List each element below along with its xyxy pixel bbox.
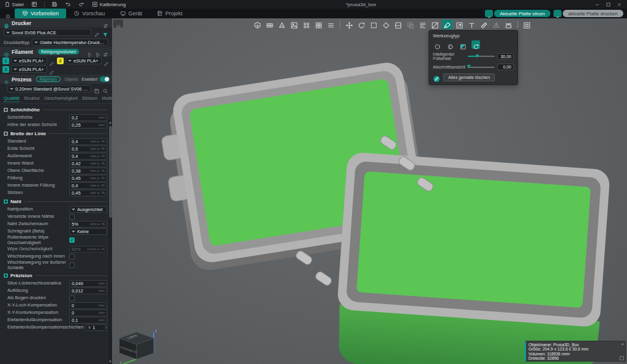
workspace-button[interactable] (29, 1, 39, 8)
purge-volumes-button[interactable]: Reinigungsvolumen (38, 49, 79, 54)
input-elefantenfußkompensation[interactable]: 0,1mm (69, 317, 107, 324)
process-preset-select[interactable]: 0.20mm Standard @Sovol SV06 Plus ACE (7, 85, 91, 92)
spinner-arrows[interactable]: ▲▼ (88, 325, 91, 330)
filter-icon[interactable] (102, 29, 108, 35)
printer-settings-icon[interactable] (103, 20, 108, 26)
tool-scale-button[interactable] (369, 20, 379, 29)
tool-paint-button[interactable] (442, 20, 452, 29)
filament-color-chip[interactable]: 1 (2, 58, 9, 64)
section-collapse-icon[interactable] (4, 132, 8, 136)
param-section-breite-der-linie[interactable]: Breite der Linie (4, 130, 107, 138)
redo-button[interactable] (77, 1, 86, 8)
param-section-naht[interactable]: Naht (4, 198, 107, 206)
model-canvas[interactable] (112, 18, 627, 364)
brush-smart-fill-button[interactable] (471, 40, 480, 49)
tool-variable-layer-height-button[interactable] (418, 20, 428, 29)
param-section-schichthöhe[interactable]: Schichthöhe (4, 106, 107, 114)
pencil-icon[interactable] (103, 58, 109, 64)
tool-split-to-parts-button[interactable] (314, 20, 324, 29)
printer-preset-select[interactable]: Sovol SV06 Plus ACE (4, 29, 91, 36)
tool-measure-button[interactable] (479, 20, 489, 29)
search-settings-icon[interactable] (102, 86, 108, 92)
filament-select[interactable]: eSUN PLA+ (11, 65, 47, 73)
process-tab-qualität[interactable]: Qualität (4, 95, 20, 102)
filament-color-chip[interactable]: 2 (57, 58, 64, 64)
pencil-icon[interactable] (49, 67, 54, 72)
brush-fill-button[interactable] (459, 40, 467, 49)
input-standard[interactable]: 0,4mm o. % (69, 138, 107, 145)
filament-select[interactable]: eSUN PLA+ (66, 57, 102, 64)
edit-preset-icon[interactable] (94, 29, 100, 35)
slider-track[interactable] (468, 67, 495, 68)
process-tab-stützen[interactable]: Stützen (82, 95, 97, 102)
save-button[interactable] (50, 1, 59, 8)
process-tab-geschwindigkeit[interactable]: Geschwindigkeit (44, 95, 78, 102)
input-naht-zwischenraum[interactable]: 5%mm o. % (69, 221, 107, 228)
input-schichthöhe[interactable]: 0,2mm (69, 114, 107, 121)
tool-fuzzy-skin-button[interactable] (503, 20, 514, 29)
checkbox-wischbewegung-nach-innen[interactable] (69, 254, 75, 259)
section-collapse-icon[interactable] (4, 273, 8, 278)
advanced-toggle[interactable] (100, 76, 110, 82)
slider-knob[interactable] (476, 54, 479, 58)
eraser-badge-icon[interactable] (433, 74, 440, 81)
tab-gerät[interactable]: Gerät (113, 9, 150, 18)
select-nahtposition[interactable]: Ausgerichtet (69, 206, 107, 213)
input-außenwand[interactable]: 0,4mm o. % (69, 153, 107, 160)
maximize-icon[interactable] (606, 2, 611, 7)
tool-move-button[interactable] (344, 20, 355, 29)
input-auflösung[interactable]: 0,012mm (69, 288, 107, 294)
navigation-cube[interactable]: z y LINKS RÜCKSEITE (118, 327, 167, 364)
file-menu[interactable]: Datei (2, 1, 26, 8)
save-preset-icon[interactable] (94, 86, 100, 92)
scrollbar-thumb[interactable] (109, 126, 112, 218)
input-x-y-konturkompensation[interactable]: 0mm (69, 310, 107, 316)
slice-plate-button[interactable]: Aktuelle Platte slicen (494, 10, 550, 17)
slider-knob[interactable] (467, 65, 470, 69)
input-höhe-der-ersten-schicht[interactable]: 0,25mm (69, 122, 107, 128)
checkbox-wischbewegung-vor-äußerer-schleife[interactable] (69, 262, 75, 268)
section-collapse-icon[interactable] (4, 199, 8, 204)
input-füllung[interactable]: 0,45mm o. % (69, 175, 107, 182)
tool-auto-orient-button[interactable] (277, 20, 287, 29)
tab-projekt[interactable]: Projekt (149, 9, 190, 18)
checkbox-rollenbasierte-wipe-geschwindigkeit[interactable]: ✓ (69, 237, 75, 243)
collapse-sidebar-button[interactable] (113, 20, 123, 28)
sidebar-scrollbar[interactable]: ▲ ▼ (107, 120, 112, 364)
tool-seam-button[interactable] (454, 20, 465, 29)
param-section-präzision[interactable]: Präzision (4, 272, 107, 280)
slider-value-input[interactable]: 30,00 (497, 53, 514, 60)
process-objects-pill[interactable]: Objekte (63, 77, 79, 81)
input-erste-schicht[interactable]: 0,5mm o. % (69, 146, 107, 152)
tool-arrange-button[interactable] (289, 20, 299, 29)
bed-type-select[interactable]: Glatte Hochtemperatur-Druckplatte (32, 39, 108, 46)
slice-dropdown-button[interactable] (485, 10, 493, 17)
remove-filament-icon[interactable] (87, 49, 92, 54)
input-wipe-geschwindigkeit[interactable]: 80%mm/s o. % (69, 246, 107, 253)
tool-add-object-button[interactable] (252, 20, 263, 29)
tool-split-to-objects-button[interactable] (301, 20, 312, 29)
close-icon[interactable] (617, 2, 622, 7)
tool-plate-settings-button[interactable] (522, 20, 532, 29)
add-filament-icon[interactable] (95, 49, 100, 54)
model-base[interactable] (333, 152, 610, 364)
filament-settings-icon[interactable] (103, 49, 108, 54)
tab-vorbereiten[interactable]: Vorbereiten (15, 9, 66, 18)
checkbox-versetzte-innere-nähte[interactable] (69, 214, 75, 220)
process-global-pill[interactable]: Allgemein (36, 76, 61, 82)
copy-icon[interactable] (620, 356, 624, 360)
tab-vorschau[interactable]: Vorschau (66, 9, 113, 18)
input-x-y-loch-kompensation[interactable]: 0mm (69, 302, 107, 309)
tool-lay-on-face-button[interactable] (381, 20, 391, 29)
process-tab-struktur[interactable]: Struktur (24, 95, 40, 102)
undo-button[interactable] (63, 1, 73, 8)
tool-text-button[interactable] (467, 20, 477, 29)
select-schrägnaht-beta[interactable]: Keine (69, 228, 107, 235)
input-obere-oberfläche[interactable]: 0,38mm o. % (69, 168, 107, 174)
input-stützen[interactable]: 0,45mm o. % (69, 190, 107, 196)
viewport-3d[interactable]: Werkzeugtyp Intelligenter Füllwinkel30,0… (112, 18, 627, 364)
calibration-menu[interactable]: Kalibrierung (90, 1, 128, 8)
filament-color-chip[interactable]: 3 (2, 66, 9, 73)
tool-cut-button[interactable] (393, 20, 404, 29)
print-dropdown-button[interactable] (554, 10, 561, 17)
